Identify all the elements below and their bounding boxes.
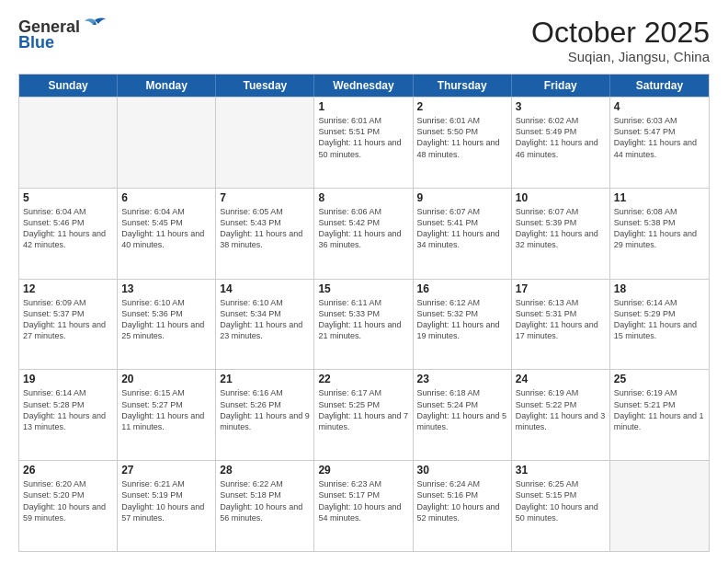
cal-cell-6: 6Sunrise: 6:04 AM Sunset: 5:45 PM Daylig… [118, 189, 216, 279]
cell-info: Sunrise: 6:03 AM Sunset: 5:47 PM Dayligh… [614, 115, 705, 160]
day-number: 17 [516, 282, 606, 295]
cell-info: Sunrise: 6:12 AM Sunset: 5:32 PM Dayligh… [417, 297, 507, 342]
day-number: 20 [121, 373, 211, 385]
day-number: 23 [417, 373, 507, 385]
logo: General Blue [18, 17, 108, 52]
cal-cell-empty-0-0 [19, 98, 118, 188]
month-title: October 2025 [531, 17, 710, 49]
day-number: 16 [417, 282, 507, 295]
cell-info: Sunrise: 6:20 AM Sunset: 5:20 PM Dayligh… [23, 478, 113, 523]
cell-info: Sunrise: 6:07 AM Sunset: 5:39 PM Dayligh… [516, 206, 606, 251]
cell-info: Sunrise: 6:07 AM Sunset: 5:41 PM Dayligh… [417, 206, 507, 251]
day-number: 3 [516, 100, 606, 113]
day-number: 13 [121, 282, 211, 295]
cal-cell-10: 10Sunrise: 6:07 AM Sunset: 5:39 PM Dayli… [512, 189, 610, 279]
day-number: 1 [318, 100, 408, 113]
cal-row-1: 5Sunrise: 6:04 AM Sunset: 5:46 PM Daylig… [19, 188, 709, 279]
cal-cell-28: 28Sunrise: 6:22 AM Sunset: 5:18 PM Dayli… [216, 461, 314, 551]
cal-cell-11: 11Sunrise: 6:08 AM Sunset: 5:38 PM Dayli… [610, 189, 709, 279]
cal-cell-7: 7Sunrise: 6:05 AM Sunset: 5:43 PM Daylig… [216, 189, 314, 279]
cell-info: Sunrise: 6:10 AM Sunset: 5:36 PM Dayligh… [121, 297, 211, 342]
cell-info: Sunrise: 6:19 AM Sunset: 5:21 PM Dayligh… [614, 387, 705, 432]
day-number: 11 [614, 191, 705, 204]
cal-row-4: 26Sunrise: 6:20 AM Sunset: 5:20 PM Dayli… [19, 460, 709, 551]
cal-cell-empty-0-2 [216, 98, 314, 188]
cal-row-2: 12Sunrise: 6:09 AM Sunset: 5:37 PM Dayli… [19, 279, 709, 370]
day-number: 22 [318, 373, 408, 385]
cal-cell-1: 1Sunrise: 6:01 AM Sunset: 5:51 PM Daylig… [314, 98, 413, 188]
cal-cell-5: 5Sunrise: 6:04 AM Sunset: 5:46 PM Daylig… [19, 189, 118, 279]
day-number: 6 [121, 191, 211, 204]
cal-cell-14: 14Sunrise: 6:10 AM Sunset: 5:34 PM Dayli… [216, 280, 314, 370]
day-number: 5 [23, 191, 113, 204]
cal-cell-30: 30Sunrise: 6:24 AM Sunset: 5:16 PM Dayli… [414, 461, 512, 551]
day-number: 10 [516, 191, 606, 204]
cell-info: Sunrise: 6:24 AM Sunset: 5:16 PM Dayligh… [417, 478, 507, 523]
header-day-thursday: Thursday [414, 75, 512, 97]
cal-cell-25: 25Sunrise: 6:19 AM Sunset: 5:21 PM Dayli… [610, 370, 709, 460]
cell-info: Sunrise: 6:16 AM Sunset: 5:26 PM Dayligh… [220, 387, 310, 432]
header: General Blue October 2025 Suqian, Jiangs… [18, 17, 710, 64]
cal-cell-21: 21Sunrise: 6:16 AM Sunset: 5:26 PM Dayli… [216, 370, 314, 460]
cell-info: Sunrise: 6:11 AM Sunset: 5:33 PM Dayligh… [318, 297, 408, 342]
header-day-sunday: Sunday [19, 75, 118, 97]
cell-info: Sunrise: 6:14 AM Sunset: 5:28 PM Dayligh… [23, 387, 113, 432]
day-number: 9 [417, 191, 507, 204]
cal-cell-15: 15Sunrise: 6:11 AM Sunset: 5:33 PM Dayli… [314, 280, 413, 370]
day-number: 18 [614, 282, 705, 295]
cal-cell-4: 4Sunrise: 6:03 AM Sunset: 5:47 PM Daylig… [610, 98, 709, 188]
day-number: 4 [614, 100, 705, 113]
calendar: SundayMondayTuesdayWednesdayThursdayFrid… [18, 74, 710, 552]
cell-info: Sunrise: 6:08 AM Sunset: 5:38 PM Dayligh… [614, 206, 705, 251]
header-day-saturday: Saturday [610, 75, 709, 97]
title-block: October 2025 Suqian, Jiangsu, China [531, 17, 710, 64]
day-number: 19 [23, 373, 113, 385]
day-number: 30 [417, 464, 507, 477]
cell-info: Sunrise: 6:04 AM Sunset: 5:46 PM Dayligh… [23, 206, 113, 251]
day-number: 27 [121, 464, 211, 477]
day-number: 24 [516, 373, 606, 385]
cell-info: Sunrise: 6:23 AM Sunset: 5:17 PM Dayligh… [318, 478, 408, 523]
day-number: 2 [417, 100, 507, 113]
cal-cell-20: 20Sunrise: 6:15 AM Sunset: 5:27 PM Dayli… [118, 370, 216, 460]
day-number: 28 [220, 464, 310, 477]
cell-info: Sunrise: 6:21 AM Sunset: 5:19 PM Dayligh… [121, 478, 211, 523]
cal-cell-13: 13Sunrise: 6:10 AM Sunset: 5:36 PM Dayli… [118, 280, 216, 370]
header-day-tuesday: Tuesday [216, 75, 314, 97]
cell-info: Sunrise: 6:13 AM Sunset: 5:31 PM Dayligh… [516, 297, 606, 342]
cal-cell-17: 17Sunrise: 6:13 AM Sunset: 5:31 PM Dayli… [512, 280, 610, 370]
cal-cell-2: 2Sunrise: 6:01 AM Sunset: 5:50 PM Daylig… [414, 98, 512, 188]
cell-info: Sunrise: 6:01 AM Sunset: 5:50 PM Dayligh… [417, 115, 507, 160]
header-day-wednesday: Wednesday [314, 75, 413, 97]
cell-info: Sunrise: 6:06 AM Sunset: 5:42 PM Dayligh… [318, 206, 408, 251]
day-number: 15 [318, 282, 408, 295]
cell-info: Sunrise: 6:04 AM Sunset: 5:45 PM Dayligh… [121, 206, 211, 251]
cell-info: Sunrise: 6:14 AM Sunset: 5:29 PM Dayligh… [614, 297, 705, 342]
cell-info: Sunrise: 6:10 AM Sunset: 5:34 PM Dayligh… [220, 297, 310, 342]
day-number: 25 [614, 373, 705, 385]
cal-cell-9: 9Sunrise: 6:07 AM Sunset: 5:41 PM Daylig… [414, 189, 512, 279]
calendar-header: SundayMondayTuesdayWednesdayThursdayFrid… [19, 75, 709, 97]
cal-row-3: 19Sunrise: 6:14 AM Sunset: 5:28 PM Dayli… [19, 369, 709, 460]
cell-info: Sunrise: 6:09 AM Sunset: 5:37 PM Dayligh… [23, 297, 113, 342]
day-number: 31 [516, 464, 606, 477]
cal-cell-18: 18Sunrise: 6:14 AM Sunset: 5:29 PM Dayli… [610, 280, 709, 370]
day-number: 12 [23, 282, 113, 295]
cell-info: Sunrise: 6:22 AM Sunset: 5:18 PM Dayligh… [220, 478, 310, 523]
cell-info: Sunrise: 6:18 AM Sunset: 5:24 PM Dayligh… [417, 387, 507, 432]
cell-info: Sunrise: 6:05 AM Sunset: 5:43 PM Dayligh… [220, 206, 310, 251]
day-number: 26 [23, 464, 113, 477]
cal-cell-16: 16Sunrise: 6:12 AM Sunset: 5:32 PM Dayli… [414, 280, 512, 370]
cell-info: Sunrise: 6:02 AM Sunset: 5:49 PM Dayligh… [516, 115, 606, 160]
cal-cell-19: 19Sunrise: 6:14 AM Sunset: 5:28 PM Dayli… [19, 370, 118, 460]
cal-cell-23: 23Sunrise: 6:18 AM Sunset: 5:24 PM Dayli… [414, 370, 512, 460]
header-day-monday: Monday [118, 75, 216, 97]
cal-cell-3: 3Sunrise: 6:02 AM Sunset: 5:49 PM Daylig… [512, 98, 610, 188]
logo-bird-icon [82, 17, 108, 37]
cell-info: Sunrise: 6:01 AM Sunset: 5:51 PM Dayligh… [318, 115, 408, 160]
location: Suqian, Jiangsu, China [531, 49, 710, 64]
cell-info: Sunrise: 6:25 AM Sunset: 5:15 PM Dayligh… [516, 478, 606, 523]
header-day-friday: Friday [512, 75, 610, 97]
cal-cell-12: 12Sunrise: 6:09 AM Sunset: 5:37 PM Dayli… [19, 280, 118, 370]
cal-cell-29: 29Sunrise: 6:23 AM Sunset: 5:17 PM Dayli… [314, 461, 413, 551]
